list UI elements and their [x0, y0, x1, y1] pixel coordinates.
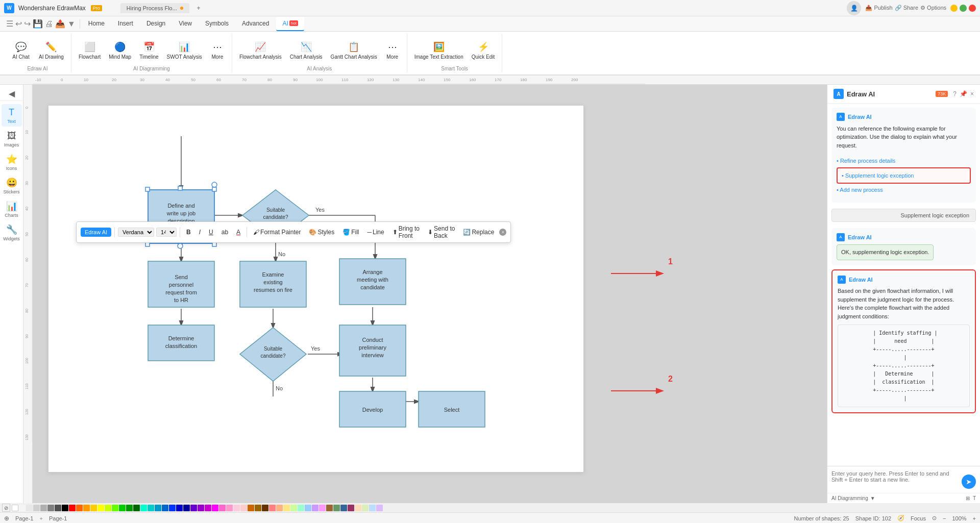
- color-teal1[interactable]: [140, 505, 147, 511]
- color-lilac[interactable]: [376, 505, 383, 511]
- color-sky[interactable]: [369, 505, 376, 511]
- publish-button[interactable]: 📤 Publish: [865, 5, 892, 11]
- font-family-select[interactable]: Verdana: [118, 228, 154, 237]
- swot-button[interactable]: 📊 SWOT Analysis: [164, 39, 205, 62]
- ai-input-field[interactable]: [831, 470, 959, 489]
- fill-button[interactable]: 🪣 Fill: [339, 227, 362, 237]
- more-diagramming-button[interactable]: ⋯ More: [207, 39, 228, 62]
- color-blue1[interactable]: [169, 505, 176, 511]
- no-fill-button[interactable]: ⊘: [2, 504, 10, 512]
- options-button[interactable]: ⚙ Options: [920, 5, 946, 11]
- ai-panel-pin-icon[interactable]: 📌: [960, 90, 967, 97]
- more-analysis-button[interactable]: ⋯ More: [382, 39, 403, 62]
- image-text-extraction-button[interactable]: 🖼️ Image Text Extraction: [411, 39, 467, 62]
- color-bright-yellow[interactable]: [97, 505, 104, 511]
- color-red[interactable]: [69, 505, 76, 511]
- color-blue2[interactable]: [176, 505, 183, 511]
- refine-process-link[interactable]: • Refine process details: [837, 156, 971, 166]
- color-purple2[interactable]: [198, 505, 204, 511]
- color-darkbrown[interactable]: [262, 505, 268, 511]
- tab-ai[interactable]: AI hot: [276, 17, 304, 31]
- color-amber[interactable]: [83, 505, 90, 511]
- color-lightgray1[interactable]: [19, 505, 26, 511]
- zoom-out-button[interactable]: −: [943, 515, 946, 521]
- color-peach[interactable]: [276, 505, 283, 511]
- timeline-button[interactable]: 📅 Timeline: [136, 39, 161, 62]
- ai-drawing-button[interactable]: ✏️ AI Drawing: [36, 39, 67, 62]
- print-button[interactable]: 🖨: [45, 19, 53, 29]
- sidebar-toggle[interactable]: ☰: [6, 19, 13, 29]
- bring-to-front-button[interactable]: ⬆ Bring toFront: [389, 223, 423, 241]
- maximize-button[interactable]: [960, 5, 967, 12]
- color-yellow[interactable]: [90, 505, 97, 511]
- color-cyan2[interactable]: [162, 505, 168, 511]
- color-steel[interactable]: [340, 505, 347, 511]
- format-painter-button[interactable]: 🖌 Format Painter: [250, 227, 304, 237]
- color-cyan1[interactable]: [155, 505, 161, 511]
- more-quick-button[interactable]: ▼: [67, 19, 76, 29]
- ai-chat-button[interactable]: 💬 AI Chat: [8, 39, 34, 62]
- color-wine[interactable]: [348, 505, 354, 511]
- color-lavender[interactable]: [312, 505, 318, 511]
- color-lightblue[interactable]: [305, 505, 311, 511]
- color-lime[interactable]: [105, 505, 111, 511]
- underline-button[interactable]: U: [206, 227, 216, 237]
- close-button[interactable]: [969, 5, 976, 12]
- save-button[interactable]: 💾: [33, 19, 43, 29]
- tab-view[interactable]: View: [173, 17, 198, 31]
- supplement-logic-link[interactable]: • Supplement logic exception: [842, 170, 966, 181]
- styles-button[interactable]: 🎨 Styles: [306, 227, 337, 237]
- gantt-analysis-button[interactable]: 📋 Gantt Chart Analysis: [328, 39, 380, 62]
- color-orange[interactable]: [76, 505, 83, 511]
- tab-insert[interactable]: Insert: [112, 17, 139, 31]
- color-gray3[interactable]: [47, 505, 54, 511]
- color-gray1[interactable]: [33, 505, 40, 511]
- focus-icon[interactable]: ⊙: [932, 515, 937, 521]
- redo-button[interactable]: ↪: [24, 19, 31, 29]
- zoom-in-button[interactable]: +: [973, 515, 976, 521]
- tab-design[interactable]: Design: [140, 17, 172, 31]
- italic-button[interactable]: I: [196, 227, 204, 237]
- chart-analysis-button[interactable]: 📉 Chart Analysis: [287, 39, 326, 62]
- send-to-back-button[interactable]: ⬇ Send toBack: [425, 223, 458, 241]
- tab-home[interactable]: Home: [82, 17, 111, 31]
- color-navy[interactable]: [183, 505, 190, 511]
- color-purple1[interactable]: [190, 505, 197, 511]
- font-color-button[interactable]: A: [233, 227, 243, 237]
- mind-map-button[interactable]: 🔵 Mind Map: [106, 39, 134, 62]
- color-tan[interactable]: [255, 505, 261, 511]
- font-size-select[interactable]: 14: [156, 228, 177, 237]
- color-magenta2[interactable]: [212, 505, 218, 511]
- color-magenta1[interactable]: [205, 505, 211, 511]
- color-sienna[interactable]: [326, 505, 333, 511]
- sidebar-item-widgets[interactable]: 🔧 Widgets: [2, 221, 22, 244]
- bold-button[interactable]: B: [183, 227, 194, 237]
- color-pink1[interactable]: [219, 505, 226, 511]
- toolbar-collapse-button[interactable]: ×: [499, 229, 506, 236]
- color-lightyellow[interactable]: [283, 505, 290, 511]
- color-teal2[interactable]: [148, 505, 154, 511]
- edraw-ai-format-button[interactable]: Edraw AI: [81, 228, 111, 237]
- color-orchid[interactable]: [319, 505, 326, 511]
- share-button[interactable]: 🔗 Share: [895, 5, 918, 11]
- sidebar-item-images[interactable]: 🖼 Images: [2, 128, 22, 150]
- color-lightpink[interactable]: [233, 505, 240, 511]
- color-green2[interactable]: [119, 505, 126, 511]
- tab-symbols[interactable]: Symbols: [199, 17, 235, 31]
- color-gray2[interactable]: [40, 505, 47, 511]
- color-black[interactable]: [62, 505, 68, 511]
- color-blush[interactable]: [240, 505, 247, 511]
- color-mint[interactable]: [298, 505, 304, 511]
- canvas-area[interactable]: Edraw AI Verdana 14 B I U ab A 🖌 Format …: [33, 85, 827, 503]
- replace-button[interactable]: 🔄 Replace: [460, 227, 497, 237]
- ai-panel-help-icon[interactable]: ?: [953, 90, 957, 97]
- color-green3[interactable]: [126, 505, 133, 511]
- ai-grid-icon[interactable]: ⊞: [966, 495, 970, 501]
- undo-button[interactable]: ↩: [15, 19, 22, 29]
- color-skin[interactable]: [355, 505, 361, 511]
- sidebar-item-charts[interactable]: 📊 Charts: [2, 198, 22, 220]
- ai-mode-selector[interactable]: AI Diagramming ▼: [831, 495, 875, 501]
- color-salmon[interactable]: [269, 505, 276, 511]
- sidebar-item-stickers[interactable]: 😀 Stickers: [2, 175, 22, 197]
- color-darkgreen[interactable]: [133, 505, 140, 511]
